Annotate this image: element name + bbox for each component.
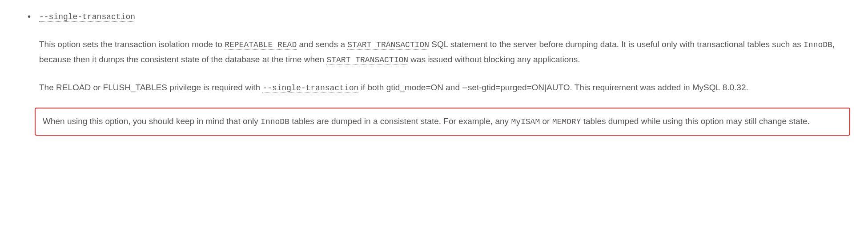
- text: tables are dumped in a consistent state.…: [289, 116, 511, 126]
- text: was issued without blocking any applicat…: [408, 55, 580, 64]
- code-start-transaction[interactable]: START TRANSACTION: [347, 40, 429, 50]
- option-item: --single-transaction This option sets th…: [27, 9, 850, 136]
- text: tables dumped while using this option ma…: [581, 116, 809, 126]
- code-innodb: InnoDB: [261, 117, 289, 126]
- note-box: When using this option, you should keep …: [35, 108, 850, 136]
- text: This option sets the transaction isolati…: [39, 40, 225, 49]
- code-start-transaction-2[interactable]: START TRANSACTION: [326, 56, 408, 65]
- option-name-link[interactable]: --single-transaction: [39, 12, 135, 22]
- code-myisam: MyISAM: [511, 117, 540, 126]
- text: SQL statement to the server before dumpi…: [429, 40, 804, 49]
- text: if both gtid_mode=ON and --set-gtid=purg…: [358, 83, 748, 92]
- text: or: [540, 116, 552, 126]
- option-list: --single-transaction This option sets th…: [18, 9, 850, 136]
- text: When using this option, you should keep …: [43, 116, 261, 126]
- code-repeatable-read[interactable]: REPEATABLE READ: [225, 40, 297, 50]
- note-paragraph: When using this option, you should keep …: [43, 114, 842, 129]
- code-single-transaction[interactable]: --single-transaction: [262, 84, 358, 93]
- option-description: This option sets the transaction isolati…: [39, 37, 850, 136]
- text: and sends a: [297, 40, 347, 49]
- code-memory: MEMORY: [552, 117, 581, 126]
- code-innodb: InnoDB: [804, 40, 832, 49]
- paragraph-2: The RELOAD or FLUSH_TABLES privilege is …: [39, 80, 850, 96]
- paragraph-1: This option sets the transaction isolati…: [39, 37, 850, 68]
- text: The RELOAD or FLUSH_TABLES privilege is …: [39, 83, 262, 92]
